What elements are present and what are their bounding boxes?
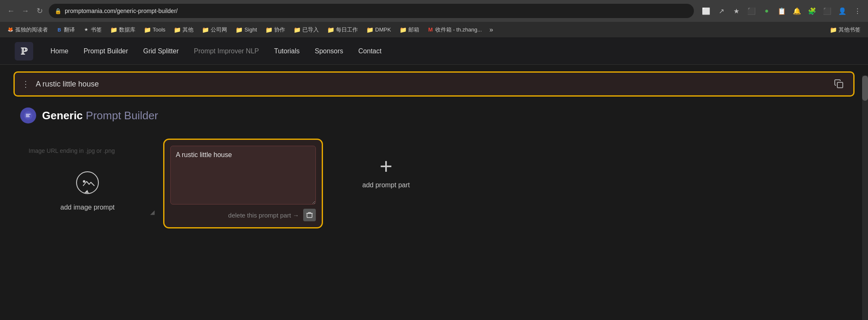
star-icon: ★	[83, 27, 89, 33]
bookmark-label-translate: 翻译	[64, 26, 75, 34]
nav-link-sponsors[interactable]: Sponsors	[307, 38, 351, 65]
delete-prompt-part-button[interactable]	[303, 209, 316, 221]
add-image-prompt-button[interactable]: add image prompt	[61, 171, 115, 211]
folder-icon-imported: 📁	[294, 26, 301, 33]
browser-titlebar: ← → ↻ 🔒 promptomania.com/generic-prompt-…	[0, 0, 868, 22]
bookmark-label-imported: 已导入	[302, 26, 319, 34]
folder-icon-tools: 📁	[144, 26, 151, 33]
address-bar[interactable]: 🔒 promptomania.com/generic-prompt-builde…	[49, 4, 694, 18]
back-button[interactable]: ←	[5, 5, 17, 17]
ext2-icon[interactable]: ●	[761, 5, 772, 16]
bookmark-database[interactable]: 📁 数据库	[107, 25, 139, 35]
nav-link-contact[interactable]: Contact	[351, 38, 389, 65]
prompt-textarea[interactable]	[170, 146, 316, 205]
add-part-label: add prompt part	[363, 181, 410, 189]
copy-icon	[834, 79, 844, 89]
bookmark-sight[interactable]: 📁 Sight	[232, 25, 260, 34]
bookmark-email[interactable]: 📁 邮箱	[396, 25, 423, 35]
builder-area: Image URL ending in .jpg or .png add ima…	[0, 130, 868, 248]
bookmark-translate[interactable]: B 翻译	[53, 25, 78, 35]
bookmark-imported[interactable]: 📁 已导入	[290, 25, 322, 35]
ext3-icon[interactable]: 📋	[776, 5, 787, 16]
bookmark-favicon-dudu: 🦊	[8, 27, 13, 33]
delete-label: delete this prompt part →	[228, 212, 299, 219]
bookmark-label-tools: Tools	[153, 26, 165, 33]
svg-text:ℙ: ℙ	[21, 46, 28, 57]
scrollbar-thumb[interactable]	[862, 76, 868, 101]
bookmark-other[interactable]: 📁 其他	[170, 25, 197, 35]
add-prompt-part-section[interactable]: + add prompt part	[331, 139, 441, 206]
url-text: promptomania.com/generic-prompt-builder/	[65, 8, 177, 14]
nav-link-tutorials[interactable]: Tutorials	[267, 38, 307, 65]
site-content: ℙ Home Prompt Builder Grid Splitter Prom…	[0, 38, 868, 248]
folder-icon-other-bookmarks: 📁	[830, 26, 837, 33]
bookmark-label-dmpk: DMPK	[375, 26, 391, 33]
logo-svg: ℙ	[15, 42, 33, 60]
prompt-bar-dots[interactable]: ⋮	[21, 79, 30, 89]
page-title-area: Generic Prompt Builder	[0, 103, 868, 130]
prompt-bar: ⋮ A rustic little house	[13, 71, 855, 97]
image-prompt-section: Image URL ending in .jpg or .png add ima…	[20, 139, 155, 220]
bookmark-star-icon[interactable]: ★	[731, 5, 742, 16]
page-title: Generic Prompt Builder	[42, 109, 158, 122]
bookmark-label-database: 数据库	[119, 26, 135, 34]
gmail-icon: M	[428, 27, 434, 33]
bookmark-label-gmail: 收件箱 - th.zhang...	[435, 26, 482, 34]
nav-buttons: ← → ↻	[5, 5, 45, 17]
add-part-plus-icon: +	[380, 155, 392, 177]
ext5-icon[interactable]: 🧩	[807, 5, 818, 16]
bookmark-label-sight: Sight	[244, 26, 257, 33]
share-icon[interactable]: ↗	[716, 5, 727, 16]
folder-icon-email: 📁	[400, 26, 407, 33]
prompt-bar-text: A rustic little house	[36, 80, 831, 89]
folder-icon-company: 📁	[202, 26, 209, 33]
bookmark-favicon-translate: B	[56, 27, 62, 33]
screen-reader-icon[interactable]: ⬜	[701, 5, 712, 16]
bookmark-daily[interactable]: 📁 每日工作	[324, 25, 361, 35]
bookmark-other-bookmarks[interactable]: 📁 其他书签	[826, 25, 864, 35]
nav-link-home[interactable]: Home	[43, 38, 76, 65]
bookmark-gmail[interactable]: M 收件箱 - th.zhang...	[424, 25, 485, 35]
image-url-label: Image URL ending in .jpg or .png	[29, 147, 115, 155]
bookmark-label-daily: 每日工作	[336, 26, 358, 34]
bookmark-bookmarks[interactable]: ★ 书签	[80, 25, 105, 35]
bookmark-label-other: 其他	[183, 26, 193, 34]
bookmark-dmpk[interactable]: 📁 DMPK	[363, 25, 394, 34]
image-upload-icon	[75, 171, 100, 199]
bookmarks-more-btn[interactable]: »	[487, 26, 496, 34]
resize-handle-image[interactable]: ◢	[150, 209, 155, 215]
browser-actions: ⬜ ↗ ★ ⬛ ● 📋 🔔 🧩 ⬛ 👤 ⋮	[701, 5, 863, 16]
ext1-icon[interactable]: ⬛	[746, 5, 757, 16]
add-image-label: add image prompt	[61, 204, 115, 211]
nav-link-prompt-builder[interactable]: Prompt Builder	[76, 38, 136, 65]
bookmark-tools[interactable]: 📁 Tools	[140, 25, 169, 34]
folder-icon-dmpk: 📁	[366, 26, 373, 33]
bookmark-label-dudu: 孤独的阅读者	[15, 26, 48, 34]
folder-icon-collab: 📁	[265, 26, 273, 33]
folder-icon-sight: 📁	[236, 26, 243, 33]
profile-icon[interactable]: 👤	[837, 5, 848, 16]
folder-icon-daily: 📁	[327, 26, 334, 33]
ext4-icon[interactable]: 🔔	[791, 5, 802, 16]
copy-prompt-button[interactable]	[831, 76, 847, 92]
bookmark-company[interactable]: 📁 公司网	[198, 25, 230, 35]
bookmark-collab[interactable]: 📁 协作	[262, 25, 288, 35]
site-nav-links: Home Prompt Builder Grid Splitter Prompt…	[43, 38, 389, 65]
nav-link-grid-splitter[interactable]: Grid Splitter	[136, 38, 186, 65]
nav-link-nlp[interactable]: Prompt Improver NLP	[186, 38, 267, 65]
scrollbar[interactable]	[862, 76, 868, 320]
bookmark-dudu[interactable]: 🦊 孤独的阅读者	[4, 25, 51, 35]
page-title-light: Prompt Builder	[83, 109, 158, 122]
ext6-icon[interactable]: ⬛	[822, 5, 833, 16]
lock-icon: 🔒	[55, 8, 61, 14]
folder-icon-other: 📁	[174, 26, 181, 33]
bookmark-label-email: 邮箱	[408, 26, 419, 34]
reload-button[interactable]: ↻	[34, 5, 45, 17]
bookmark-label-collab: 协作	[274, 26, 285, 34]
text-prompt-section: delete this prompt part →	[163, 139, 323, 228]
forward-button[interactable]: →	[19, 5, 31, 17]
bookmarks-bar: 🦊 孤独的阅读者 B 翻译 ★ 书签 📁 数据库 📁 Tools 📁 其他 📁 …	[0, 22, 868, 38]
menu-icon[interactable]: ⋮	[852, 5, 863, 16]
trash-icon	[306, 212, 313, 218]
delete-row: delete this prompt part →	[170, 209, 316, 221]
